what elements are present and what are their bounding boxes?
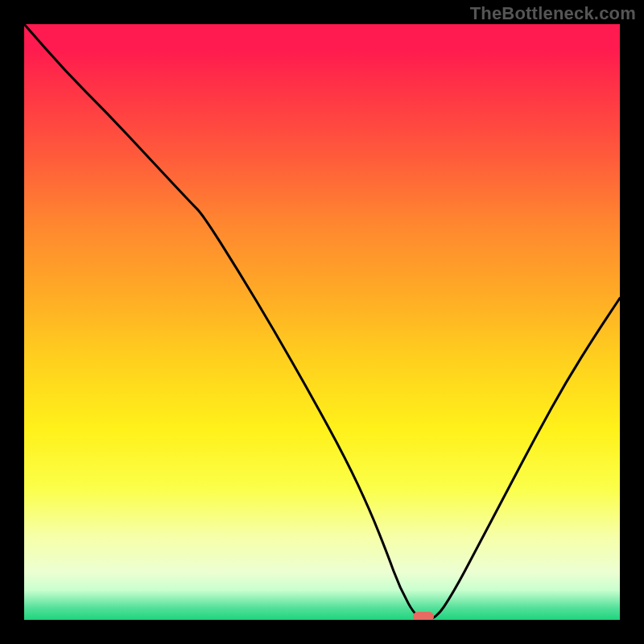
curve-svg [24,24,620,620]
attribution-label: TheBottleneck.com [470,3,636,24]
bottleneck-curve-path [24,24,620,620]
plot-area [24,24,620,620]
chart-stage: TheBottleneck.com [0,0,644,644]
optimum-marker [413,612,434,620]
